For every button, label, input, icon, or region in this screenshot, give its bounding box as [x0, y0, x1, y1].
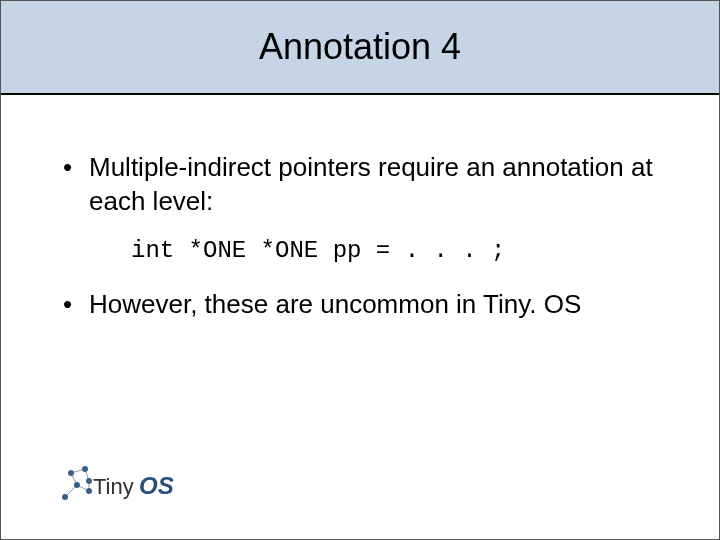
- svg-point-10: [82, 466, 88, 472]
- code-snippet: int *ONE *ONE pp = . . . ;: [131, 237, 659, 264]
- logo-text-os: OS: [139, 472, 174, 499]
- bullet-item: However, these are uncommon in Tiny. OS: [61, 288, 659, 322]
- slide: Annotation 4 Multiple-indirect pointers …: [0, 0, 720, 540]
- title-band: Annotation 4: [1, 1, 719, 95]
- bullet-list: Multiple-indirect pointers require an an…: [61, 151, 659, 219]
- bullet-list: However, these are uncommon in Tiny. OS: [61, 288, 659, 322]
- svg-point-9: [68, 470, 74, 476]
- tinyos-logo: Tiny OS: [59, 461, 187, 505]
- svg-point-6: [62, 494, 68, 500]
- svg-point-7: [74, 482, 80, 488]
- svg-point-11: [86, 478, 92, 484]
- logo-text-tiny: Tiny: [93, 474, 134, 499]
- bullet-item: Multiple-indirect pointers require an an…: [61, 151, 659, 219]
- svg-point-8: [86, 488, 92, 494]
- slide-title: Annotation 4: [259, 26, 461, 68]
- slide-body: Multiple-indirect pointers require an an…: [61, 151, 659, 339]
